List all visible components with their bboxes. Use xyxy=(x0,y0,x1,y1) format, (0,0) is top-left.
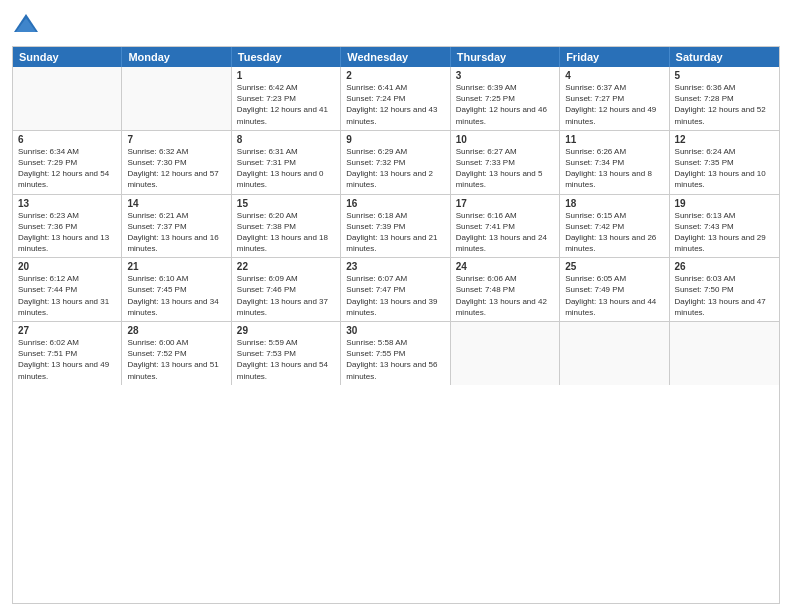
day-info: Sunrise: 6:02 AMSunset: 7:51 PMDaylight:… xyxy=(18,337,116,382)
day-info: Sunrise: 6:41 AMSunset: 7:24 PMDaylight:… xyxy=(346,82,444,127)
sunrise: Sunrise: 6:42 AM xyxy=(237,83,298,92)
sunset: Sunset: 7:39 PM xyxy=(346,222,405,231)
calendar-day: 23Sunrise: 6:07 AMSunset: 7:47 PMDayligh… xyxy=(341,258,450,321)
weekday-header: Thursday xyxy=(451,47,560,67)
calendar-empty xyxy=(670,322,779,385)
weekday-header: Sunday xyxy=(13,47,122,67)
day-info: Sunrise: 6:29 AMSunset: 7:32 PMDaylight:… xyxy=(346,146,444,191)
sunrise: Sunrise: 6:34 AM xyxy=(18,147,79,156)
day-number: 28 xyxy=(127,325,225,336)
day-number: 8 xyxy=(237,134,335,145)
sunset: Sunset: 7:45 PM xyxy=(127,285,186,294)
daylight: Daylight: 13 hours and 34 minutes. xyxy=(127,297,218,317)
sunset: Sunset: 7:52 PM xyxy=(127,349,186,358)
day-number: 19 xyxy=(675,198,774,209)
daylight: Daylight: 13 hours and 18 minutes. xyxy=(237,233,328,253)
sunset: Sunset: 7:29 PM xyxy=(18,158,77,167)
daylight: Daylight: 13 hours and 54 minutes. xyxy=(237,360,328,380)
calendar-day: 20Sunrise: 6:12 AMSunset: 7:44 PMDayligh… xyxy=(13,258,122,321)
sunrise: Sunrise: 6:21 AM xyxy=(127,211,188,220)
daylight: Daylight: 13 hours and 31 minutes. xyxy=(18,297,109,317)
daylight: Daylight: 13 hours and 0 minutes. xyxy=(237,169,324,189)
day-info: Sunrise: 6:31 AMSunset: 7:31 PMDaylight:… xyxy=(237,146,335,191)
weekday-header: Friday xyxy=(560,47,669,67)
sunrise: Sunrise: 6:18 AM xyxy=(346,211,407,220)
daylight: Daylight: 13 hours and 51 minutes. xyxy=(127,360,218,380)
day-info: Sunrise: 6:34 AMSunset: 7:29 PMDaylight:… xyxy=(18,146,116,191)
calendar-row: 6Sunrise: 6:34 AMSunset: 7:29 PMDaylight… xyxy=(13,130,779,194)
sunset: Sunset: 7:55 PM xyxy=(346,349,405,358)
day-info: Sunrise: 6:37 AMSunset: 7:27 PMDaylight:… xyxy=(565,82,663,127)
sunset: Sunset: 7:48 PM xyxy=(456,285,515,294)
calendar-day: 26Sunrise: 6:03 AMSunset: 7:50 PMDayligh… xyxy=(670,258,779,321)
calendar-day: 18Sunrise: 6:15 AMSunset: 7:42 PMDayligh… xyxy=(560,195,669,258)
calendar-day: 21Sunrise: 6:10 AMSunset: 7:45 PMDayligh… xyxy=(122,258,231,321)
day-number: 12 xyxy=(675,134,774,145)
daylight: Daylight: 13 hours and 47 minutes. xyxy=(675,297,766,317)
calendar-day: 1Sunrise: 6:42 AMSunset: 7:23 PMDaylight… xyxy=(232,67,341,130)
calendar-day: 8Sunrise: 6:31 AMSunset: 7:31 PMDaylight… xyxy=(232,131,341,194)
calendar-day: 6Sunrise: 6:34 AMSunset: 7:29 PMDaylight… xyxy=(13,131,122,194)
sunset: Sunset: 7:49 PM xyxy=(565,285,624,294)
day-info: Sunrise: 6:15 AMSunset: 7:42 PMDaylight:… xyxy=(565,210,663,255)
sunset: Sunset: 7:43 PM xyxy=(675,222,734,231)
sunset: Sunset: 7:37 PM xyxy=(127,222,186,231)
day-number: 20 xyxy=(18,261,116,272)
day-info: Sunrise: 6:23 AMSunset: 7:36 PMDaylight:… xyxy=(18,210,116,255)
calendar-day: 30Sunrise: 5:58 AMSunset: 7:55 PMDayligh… xyxy=(341,322,450,385)
day-number: 21 xyxy=(127,261,225,272)
sunset: Sunset: 7:44 PM xyxy=(18,285,77,294)
calendar-row: 1Sunrise: 6:42 AMSunset: 7:23 PMDaylight… xyxy=(13,67,779,130)
logo xyxy=(12,10,44,38)
sunset: Sunset: 7:51 PM xyxy=(18,349,77,358)
day-info: Sunrise: 6:26 AMSunset: 7:34 PMDaylight:… xyxy=(565,146,663,191)
sunrise: Sunrise: 6:29 AM xyxy=(346,147,407,156)
calendar-empty xyxy=(560,322,669,385)
sunset: Sunset: 7:32 PM xyxy=(346,158,405,167)
day-number: 2 xyxy=(346,70,444,81)
sunset: Sunset: 7:53 PM xyxy=(237,349,296,358)
day-number: 4 xyxy=(565,70,663,81)
day-number: 16 xyxy=(346,198,444,209)
sunrise: Sunrise: 6:07 AM xyxy=(346,274,407,283)
sunrise: Sunrise: 6:16 AM xyxy=(456,211,517,220)
sunset: Sunset: 7:25 PM xyxy=(456,94,515,103)
day-info: Sunrise: 6:10 AMSunset: 7:45 PMDaylight:… xyxy=(127,273,225,318)
day-number: 26 xyxy=(675,261,774,272)
calendar-body: 1Sunrise: 6:42 AMSunset: 7:23 PMDaylight… xyxy=(13,67,779,385)
daylight: Daylight: 12 hours and 52 minutes. xyxy=(675,105,766,125)
sunrise: Sunrise: 6:23 AM xyxy=(18,211,79,220)
daylight: Daylight: 13 hours and 39 minutes. xyxy=(346,297,437,317)
calendar-day: 2Sunrise: 6:41 AMSunset: 7:24 PMDaylight… xyxy=(341,67,450,130)
weekday-header: Saturday xyxy=(670,47,779,67)
sunset: Sunset: 7:46 PM xyxy=(237,285,296,294)
calendar-day: 14Sunrise: 6:21 AMSunset: 7:37 PMDayligh… xyxy=(122,195,231,258)
sunset: Sunset: 7:47 PM xyxy=(346,285,405,294)
day-info: Sunrise: 6:13 AMSunset: 7:43 PMDaylight:… xyxy=(675,210,774,255)
calendar-day: 11Sunrise: 6:26 AMSunset: 7:34 PMDayligh… xyxy=(560,131,669,194)
day-info: Sunrise: 6:05 AMSunset: 7:49 PMDaylight:… xyxy=(565,273,663,318)
daylight: Daylight: 13 hours and 26 minutes. xyxy=(565,233,656,253)
sunrise: Sunrise: 6:06 AM xyxy=(456,274,517,283)
sunset: Sunset: 7:33 PM xyxy=(456,158,515,167)
daylight: Daylight: 12 hours and 54 minutes. xyxy=(18,169,109,189)
day-info: Sunrise: 6:39 AMSunset: 7:25 PMDaylight:… xyxy=(456,82,554,127)
day-number: 15 xyxy=(237,198,335,209)
daylight: Daylight: 12 hours and 43 minutes. xyxy=(346,105,437,125)
calendar-day: 25Sunrise: 6:05 AMSunset: 7:49 PMDayligh… xyxy=(560,258,669,321)
day-info: Sunrise: 6:21 AMSunset: 7:37 PMDaylight:… xyxy=(127,210,225,255)
sunset: Sunset: 7:24 PM xyxy=(346,94,405,103)
daylight: Daylight: 13 hours and 24 minutes. xyxy=(456,233,547,253)
sunrise: Sunrise: 6:27 AM xyxy=(456,147,517,156)
sunrise: Sunrise: 5:58 AM xyxy=(346,338,407,347)
sunrise: Sunrise: 6:12 AM xyxy=(18,274,79,283)
calendar-day: 9Sunrise: 6:29 AMSunset: 7:32 PMDaylight… xyxy=(341,131,450,194)
daylight: Daylight: 13 hours and 13 minutes. xyxy=(18,233,109,253)
calendar-day: 24Sunrise: 6:06 AMSunset: 7:48 PMDayligh… xyxy=(451,258,560,321)
calendar-day: 27Sunrise: 6:02 AMSunset: 7:51 PMDayligh… xyxy=(13,322,122,385)
sunrise: Sunrise: 6:20 AM xyxy=(237,211,298,220)
daylight: Daylight: 13 hours and 21 minutes. xyxy=(346,233,437,253)
day-number: 7 xyxy=(127,134,225,145)
logo-icon xyxy=(12,10,40,38)
daylight: Daylight: 12 hours and 46 minutes. xyxy=(456,105,547,125)
